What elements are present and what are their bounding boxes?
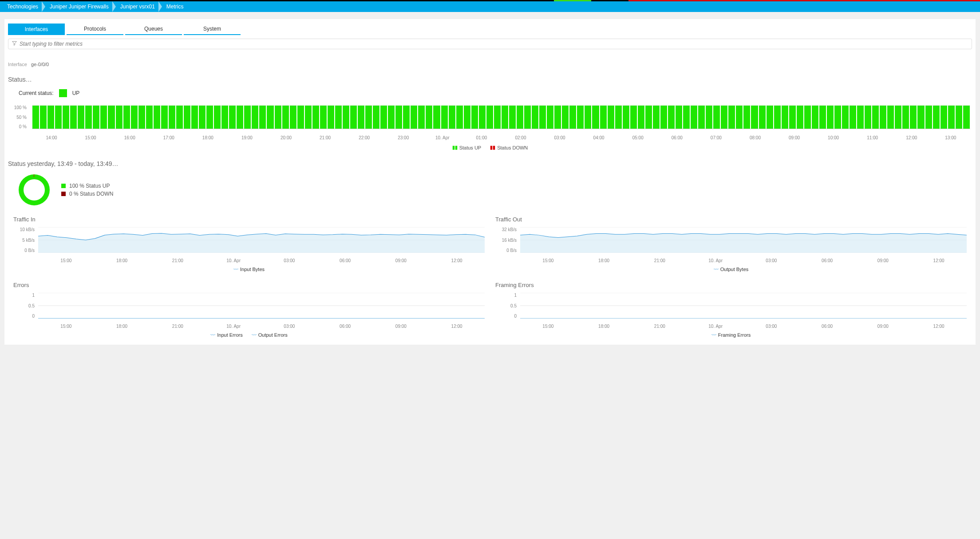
- status-bar-segment: [933, 106, 940, 129]
- main-content: InterfacesProtocolsQueuesSystem Interfac…: [4, 19, 976, 345]
- status-bar-segment: [917, 106, 924, 129]
- status-bar-segment: [547, 106, 553, 129]
- chart-traffic-in[interactable]: Traffic In10 kB/s5 kB/s0 B/s15:0018:0021…: [8, 209, 490, 275]
- status-bar-segment: [759, 106, 766, 129]
- status-bar-segment: [358, 106, 364, 129]
- status-bar-segment: [471, 106, 478, 129]
- status-bar-segment: [259, 106, 266, 129]
- interface-name: ge-0/0/0: [31, 62, 49, 67]
- legend-item[interactable]: 〰Output Bytes: [714, 267, 749, 272]
- legend-item[interactable]: ▮▮Status DOWN: [490, 145, 528, 150]
- chart-traffic-out[interactable]: Traffic Out32 kB/s16 kB/s0 B/s15:0018:00…: [490, 209, 972, 275]
- status-bar-segment: [456, 106, 463, 129]
- current-status-label: Current status:: [19, 90, 54, 96]
- status-bar-segment: [782, 106, 788, 129]
- legend-item[interactable]: 〰Framing Errors: [711, 332, 751, 338]
- status-bar-segment: [116, 106, 122, 129]
- status-bar-segment: [199, 106, 205, 129]
- status-bar-segment: [169, 106, 175, 129]
- status-bar-segment: [85, 106, 92, 129]
- status-bar-segment: [630, 106, 637, 129]
- status-bar-segment: [282, 106, 289, 129]
- status-bar-segment: [887, 106, 894, 129]
- status-heading: Status…: [8, 76, 972, 83]
- legend-item[interactable]: 0 % Status DOWN: [61, 191, 113, 197]
- tab-interfaces[interactable]: Interfaces: [8, 24, 65, 35]
- status-bar-segment: [486, 106, 493, 129]
- status-bar-segment: [305, 106, 312, 129]
- status-donut-block: 100 % Status UP0 % Status DOWN: [19, 174, 972, 205]
- status-bar-segment: [721, 106, 727, 129]
- status-bar-segment: [343, 106, 349, 129]
- status-bar-segment: [214, 106, 221, 129]
- status-bar-segment: [154, 106, 160, 129]
- legend-item[interactable]: 〰Input Bytes: [233, 267, 265, 272]
- status-bar-segment: [464, 106, 470, 129]
- tab-system[interactable]: System: [184, 24, 241, 35]
- breadcrumb: TechnologiesJuniper Juniper FirewallsJun…: [0, 1, 980, 12]
- status-bar-segment: [638, 106, 644, 129]
- status-bar-segment: [623, 106, 629, 129]
- status-bar-segment: [895, 106, 901, 129]
- legend-item[interactable]: 〰Output Errors: [252, 332, 288, 338]
- tab-protocols[interactable]: Protocols: [67, 24, 123, 35]
- legend-item[interactable]: ▮▮Status UP: [452, 145, 482, 150]
- status-donut-chart[interactable]: [19, 174, 50, 205]
- legend-item[interactable]: 〰Input Errors: [210, 332, 242, 338]
- breadcrumb-item[interactable]: Juniper Juniper Firewalls: [45, 1, 116, 12]
- chart-errors[interactable]: Errors10.5015:0018:0021:0010. Apr03:0006…: [8, 275, 490, 340]
- metrics-filter[interactable]: [8, 39, 972, 49]
- status-bar-segment: [789, 106, 796, 129]
- status-color-swatch: [59, 89, 67, 97]
- status-bar-segment: [577, 106, 584, 129]
- status-bar-segment: [237, 106, 243, 129]
- status-bar-segment: [850, 106, 856, 129]
- status-bar-segment: [32, 106, 39, 129]
- status-bar-segment: [524, 106, 531, 129]
- status-bar-segment: [940, 106, 947, 129]
- status-bar-segment: [176, 106, 183, 129]
- metrics-tabs: InterfacesProtocolsQueuesSystem: [8, 24, 972, 35]
- chart-framing-errors[interactable]: Framing Errors10.5015:0018:0021:0010. Ap…: [490, 275, 972, 340]
- breadcrumb-item[interactable]: Juniper vsrx01: [116, 1, 162, 12]
- status-bar-segment: [441, 106, 448, 129]
- status-bar-segment: [509, 106, 516, 129]
- status-bar-segment: [592, 106, 599, 129]
- breadcrumb-item[interactable]: Technologies: [3, 1, 45, 12]
- status-bar-segment: [653, 106, 660, 129]
- status-bar-segment: [645, 106, 652, 129]
- status-bar-segment: [948, 106, 955, 129]
- status-bar-segment: [388, 106, 395, 129]
- status-bar-segment: [910, 106, 917, 129]
- status-bar-segment: [842, 106, 849, 129]
- status-bar-segment: [395, 106, 402, 129]
- status-bar-segment: [184, 106, 190, 129]
- filter-input[interactable]: [20, 41, 968, 47]
- status-bar-segment: [63, 106, 69, 129]
- status-bar-segment: [70, 106, 77, 129]
- status-bar-segment: [47, 106, 54, 129]
- status-bar-segment: [615, 106, 622, 129]
- status-bar-segment: [728, 106, 735, 129]
- legend-item[interactable]: 100 % Status UP: [61, 183, 113, 189]
- status-bar-segment: [138, 106, 145, 129]
- status-bar-segment: [275, 106, 281, 129]
- status-bar-segment: [350, 106, 357, 129]
- breadcrumb-item[interactable]: Metrics: [162, 1, 191, 12]
- status-bar-segment: [244, 106, 251, 129]
- status-bar-xaxis: 14:0015:0016:0017:0018:0019:0020:0021:00…: [32, 135, 970, 140]
- status-bar-segment: [872, 106, 879, 129]
- status-bar-segment: [78, 106, 84, 129]
- status-bar-segment: [676, 106, 682, 129]
- status-bar-segment: [517, 106, 523, 129]
- status-bar-segment: [297, 106, 304, 129]
- status-bar-chart[interactable]: 100 %50 %0 %: [8, 105, 972, 134]
- status-bar-segment: [834, 106, 841, 129]
- status-bar-segment: [426, 106, 432, 129]
- status-bar-segment: [865, 106, 871, 129]
- interface-label: Interface: [8, 62, 27, 67]
- status-bar-segment: [328, 106, 334, 129]
- status-bar-segment: [146, 106, 153, 129]
- status-bar-segment: [569, 106, 576, 129]
- tab-queues[interactable]: Queues: [125, 24, 182, 35]
